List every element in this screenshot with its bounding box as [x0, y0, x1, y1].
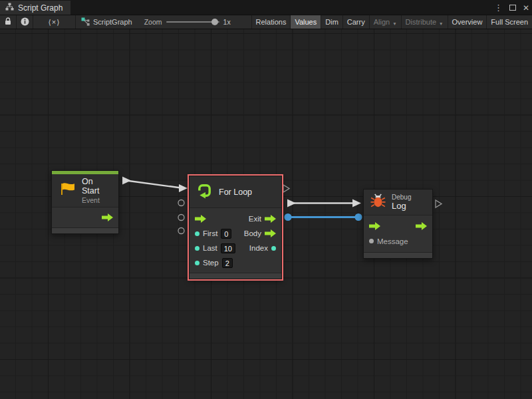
lock-button[interactable] [0, 15, 17, 29]
first-value-input[interactable]: 0 [221, 229, 231, 239]
relations-button[interactable]: Relations [251, 15, 291, 29]
value-port-icon [195, 231, 200, 236]
info-icon [21, 17, 29, 27]
info-button[interactable] [17, 15, 33, 29]
debuglog-output-unconnected-arrow[interactable] [436, 200, 442, 207]
connection-index-to-message[interactable] [285, 213, 362, 221]
zoom-label: Zoom [144, 18, 162, 26]
node-for-loop[interactable]: For Loop Exit [189, 176, 282, 279]
exit-port-label: Exit [249, 215, 261, 223]
kebab-menu-icon[interactable] [494, 1, 503, 13]
graph-breadcrumb[interactable]: ScriptGraph [76, 15, 139, 29]
zoom-slider-handle[interactable] [211, 19, 218, 25]
for-loop-title: For Loop [219, 188, 252, 197]
on-start-subtitle: Event [82, 196, 112, 204]
on-start-body [52, 207, 118, 227]
exit-port-unconnected-arrow[interactable] [283, 185, 289, 192]
flag-icon [59, 182, 76, 200]
chevron-down-icon [439, 18, 443, 26]
align-label: Align [374, 18, 390, 26]
maximize-icon[interactable] [509, 5, 516, 11]
connection-onstart-to-forloop[interactable] [122, 177, 188, 193]
step-port-label: Step [203, 259, 219, 267]
on-start-header: On Start Event [52, 174, 118, 207]
flow-arrow-icon [369, 222, 380, 230]
for-loop-enter-port[interactable] [195, 215, 206, 223]
debug-log-footer [364, 252, 432, 258]
index-port-label: Index [249, 244, 268, 252]
value-port-icon [369, 239, 374, 243]
flow-arrow-icon [195, 215, 206, 223]
for-loop-header: For Loop [190, 176, 281, 207]
debug-log-exit-port[interactable] [416, 222, 427, 230]
debug-log-header: Debug Log [364, 190, 432, 215]
zoom-slider[interactable] [166, 21, 219, 23]
tab-title: Script Graph [18, 3, 63, 13]
code-icon [48, 18, 60, 27]
graph-tab-icon [5, 3, 14, 13]
overview-label: Overview [452, 18, 483, 26]
values-label: Values [295, 18, 317, 26]
step-value-input[interactable]: 2 [222, 258, 233, 268]
align-button[interactable]: Align [369, 15, 401, 29]
value-port-icon [271, 246, 276, 251]
tab-script-graph[interactable]: Script Graph [0, 1, 70, 15]
last-port-unconnected-circle[interactable] [178, 215, 184, 221]
message-port-label: Message [377, 237, 408, 245]
flow-arrow-icon [102, 213, 113, 221]
value-port-icon [195, 261, 200, 265]
full-screen-label: Full Screen [491, 18, 528, 26]
debug-log-title: Log [392, 201, 411, 211]
on-start-footer [52, 227, 118, 233]
full-screen-button[interactable]: Full Screen [486, 15, 532, 29]
graph-name-label: ScriptGraph [93, 18, 132, 26]
for-loop-body-port[interactable]: Body [244, 229, 276, 237]
for-loop-last-port[interactable]: Last 10 [195, 243, 235, 253]
graph-canvas[interactable]: On Start Event [0, 29, 532, 399]
toolbar-spacer [236, 15, 251, 29]
script-graph-asset-icon [81, 17, 90, 27]
close-icon[interactable] [523, 1, 529, 13]
on-start-title: On Start [82, 177, 112, 196]
dim-label: Dim [325, 18, 338, 26]
window-controls [494, 0, 529, 15]
last-value-input[interactable]: 10 [221, 243, 235, 253]
node-on-start[interactable]: On Start Event [51, 170, 119, 234]
flow-arrow-icon [416, 222, 427, 230]
debug-log-enter-port[interactable] [369, 222, 380, 230]
overview-button[interactable]: Overview [448, 15, 487, 29]
for-loop-ports: Exit First 0 Body [190, 207, 281, 273]
lock-icon [5, 17, 11, 27]
connection-body-to-debuglog[interactable] [287, 200, 361, 207]
zoom-value: 1x [223, 18, 231, 26]
last-port-label: Last [203, 244, 217, 252]
first-port-label: First [203, 229, 217, 237]
step-port-unconnected-circle[interactable] [178, 228, 184, 234]
dim-button[interactable]: Dim [321, 15, 342, 29]
flow-arrow-icon [265, 215, 276, 223]
zoom-control: Zoom 1x [139, 15, 236, 29]
value-port-icon [195, 246, 200, 251]
relations-label: Relations [256, 18, 287, 26]
for-loop-first-port[interactable]: First 0 [195, 229, 231, 239]
for-loop-step-port[interactable]: Step 2 [195, 258, 233, 268]
body-port-label: Body [244, 229, 261, 237]
debug-log-message-port[interactable]: Message [369, 237, 408, 245]
node-debug-log[interactable]: Debug Log [363, 189, 433, 259]
distribute-button[interactable]: Distribute [401, 15, 448, 29]
loop-icon [196, 182, 213, 201]
code-preview-button[interactable] [33, 15, 76, 29]
carry-button[interactable]: Carry [342, 15, 369, 29]
graph-toolbar: ScriptGraph Zoom 1x Relations Values Dim… [0, 15, 532, 29]
debug-log-ports: Message [364, 215, 432, 252]
distribute-label: Distribute [406, 18, 436, 26]
titlebar: Script Graph [0, 0, 532, 15]
first-port-unconnected-circle[interactable] [178, 200, 184, 206]
script-graph-window: Script Graph [0, 0, 532, 399]
on-start-trigger-output-port[interactable] [102, 213, 113, 221]
for-loop-exit-port[interactable]: Exit [249, 215, 276, 223]
debug-log-category: Debug [392, 194, 411, 201]
bug-icon [370, 194, 386, 211]
values-button[interactable]: Values [290, 15, 321, 29]
for-loop-index-port[interactable]: Index [249, 244, 276, 252]
